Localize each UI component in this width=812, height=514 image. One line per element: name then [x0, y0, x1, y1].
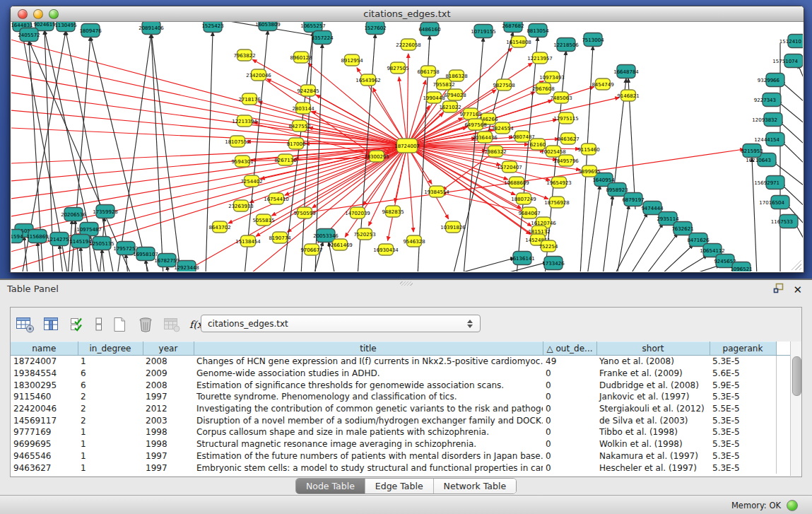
table-cell[interactable]: 0 [543, 450, 596, 462]
table-cell[interactable]: Corpus callosum shape and size in male p… [194, 426, 543, 438]
tab-network-table[interactable]: Network Table [433, 479, 517, 493]
table-row[interactable]: 969969511998Structural magnetic resonanc… [11, 438, 790, 450]
network-window[interactable]: citations_edges.txt 18724007164483190246… [10, 6, 804, 273]
table-cell[interactable]: 1 [78, 356, 143, 368]
zoom-window-button[interactable] [49, 9, 59, 19]
table-cell[interactable]: Wolkin et al. (1998) [596, 438, 710, 450]
table-cell[interactable]: 1998 [143, 438, 194, 450]
table-row[interactable]: 911546021997Tourette syndrome. Phenomeno… [11, 391, 790, 403]
table-cell[interactable]: 2012 [143, 403, 194, 415]
table-cell[interactable]: 5.3E-5 [710, 426, 776, 438]
table-row[interactable]: 946362711997Embryonic stem cells: a mode… [11, 462, 790, 474]
table-cell[interactable]: 5.5E-5 [710, 403, 776, 415]
column-header-title[interactable]: title [194, 342, 543, 356]
table-cell[interactable]: 1997 [143, 462, 194, 474]
table-cell[interactable]: 0 [543, 368, 596, 380]
table-cell[interactable]: 2009 [143, 368, 194, 380]
table-cell[interactable]: Jankovic et al. (1997) [596, 391, 710, 403]
table-cell[interactable]: 5.6E-5 [710, 368, 776, 380]
table-cell[interactable]: 2008 [143, 356, 194, 368]
table-cell[interactable]: 0 [543, 379, 596, 391]
table-cell[interactable]: 9465546 [11, 450, 78, 462]
table-cell[interactable]: 2 [78, 403, 143, 415]
table-row[interactable]: 946554611997Estimation of the future num… [11, 450, 790, 462]
table-cell[interactable]: 2003 [143, 414, 194, 426]
table-cell[interactable]: Estimation of significance thresholds fo… [194, 379, 543, 391]
table-cell[interactable]: Estimation of the future numbers of pati… [194, 450, 543, 462]
table-row[interactable]: 1872400712008Changes of HCN gene express… [11, 356, 790, 368]
show-column-button[interactable] [41, 315, 61, 334]
table-vertical-scrollbar[interactable] [790, 341, 801, 476]
window-titlebar[interactable]: citations_edges.txt [11, 6, 804, 22]
table-cell[interactable]: 0 [543, 426, 596, 438]
table-cell[interactable]: 0 [543, 403, 596, 415]
table-cell[interactable]: 1997 [143, 391, 194, 403]
table-cell[interactable]: Dudbridge et al. (2008) [596, 379, 710, 391]
table-cell[interactable]: Disruption of a novel member of a sodium… [194, 414, 543, 426]
splitter-handle[interactable] [400, 281, 413, 286]
table-cell[interactable]: 18724007 [11, 356, 78, 368]
table-cell[interactable]: Franke et al. (2009) [596, 368, 710, 380]
table-cell[interactable]: Yano et al. (2008) [596, 356, 710, 368]
table-cell[interactable]: 5.3E-5 [710, 450, 776, 462]
column-narrow-button[interactable] [93, 315, 103, 334]
select-rows-check-button[interactable] [67, 315, 87, 334]
table-cell[interactable]: 18300295 [11, 379, 78, 391]
node-attribute-table[interactable]: namein_degreeyeartitle△ out_de...shortpa… [11, 341, 790, 474]
table-cell[interactable]: 1 [78, 438, 143, 450]
table-row[interactable]: 1830029562008Estimation of significance … [11, 379, 790, 391]
table-cell[interactable]: de Silva et al. (2003) [596, 414, 710, 426]
table-row[interactable]: 2242004622012Investigating the contribut… [11, 403, 790, 415]
table-cell[interactable]: 0 [543, 391, 596, 403]
table-select-dropdown[interactable]: citations_edges.txt [201, 315, 481, 332]
table-cell[interactable]: 1998 [143, 426, 194, 438]
table-cell[interactable]: 2008 [143, 379, 194, 391]
table-cell[interactable]: Nakamura et al. (1997) [596, 450, 710, 462]
table-cell[interactable]: 6 [78, 379, 143, 391]
tab-node-table[interactable]: Node Table [296, 479, 365, 493]
new-file-button[interactable] [110, 315, 129, 334]
close-panel-icon[interactable]: ✕ [793, 284, 802, 296]
table-cell[interactable]: Investigating the contribution of common… [194, 403, 543, 415]
column-header-in_degree[interactable]: in_degree [78, 342, 143, 356]
table-row[interactable]: 1456911722003Disruption of a novel membe… [11, 414, 790, 426]
table-cell[interactable]: Tibbo et al. (1998) [596, 426, 710, 438]
network-canvas[interactable]: 1872400716448319024619113049524055721809… [11, 22, 803, 271]
trash-button[interactable] [136, 315, 155, 334]
table-cell[interactable]: 2 [78, 414, 143, 426]
column-header-short[interactable]: short [596, 342, 710, 356]
table-cell[interactable]: 5.3E-5 [710, 462, 776, 474]
table-cell[interactable]: 2 [78, 391, 143, 403]
table-cell[interactable]: 9463627 [11, 462, 78, 474]
column-header-pagerank[interactable]: pagerank [710, 342, 776, 356]
table-cell[interactable]: 5.9E-5 [710, 379, 776, 391]
float-panel-icon[interactable] [773, 283, 784, 296]
table-row[interactable]: 1938455462009Genome-wide association stu… [11, 368, 790, 380]
column-header-out_de[interactable]: △ out_de... [543, 342, 596, 356]
scrollbar-thumb[interactable] [792, 356, 801, 396]
table-cell[interactable]: 5.3E-5 [710, 356, 776, 368]
table-options-button[interactable] [15, 315, 35, 334]
close-window-button[interactable] [18, 9, 28, 19]
table-cell[interactable]: 9115460 [11, 391, 78, 403]
table-cell[interactable]: 1 [78, 450, 143, 462]
table-cell[interactable]: Structural magnetic resonance image aver… [194, 438, 543, 450]
column-header-name[interactable]: name [11, 342, 78, 356]
table-cell[interactable]: Changes of HCN gene expression and I(f) … [194, 356, 543, 368]
table-cell[interactable]: 5.3E-5 [710, 414, 776, 426]
table-cell[interactable]: Hescheler et al. (1997) [596, 462, 710, 474]
table-cell[interactable]: 0 [543, 438, 596, 450]
table-cell[interactable]: Embryonic stem cells: a model to study s… [194, 462, 543, 474]
table-cell[interactable]: 6 [78, 368, 143, 380]
table-cell[interactable]: Genome-wide association studies in ADHD. [194, 368, 543, 380]
table-cell[interactable]: 14569117 [11, 414, 78, 426]
table-cell[interactable]: 9699695 [11, 438, 78, 450]
table-cell[interactable]: 19384554 [11, 368, 78, 380]
table-cell[interactable]: Tourette syndrome. Phenomenology and cla… [194, 391, 543, 403]
table-cell[interactable]: 0 [543, 462, 596, 474]
table-cell[interactable]: 49 [543, 356, 596, 368]
table-cell[interactable]: 22420046 [11, 403, 78, 415]
minimize-window-button[interactable] [33, 9, 43, 19]
table-cell[interactable]: 9777169 [11, 426, 78, 438]
table-row[interactable]: 977716911998Corpus callosum shape and si… [11, 426, 790, 438]
